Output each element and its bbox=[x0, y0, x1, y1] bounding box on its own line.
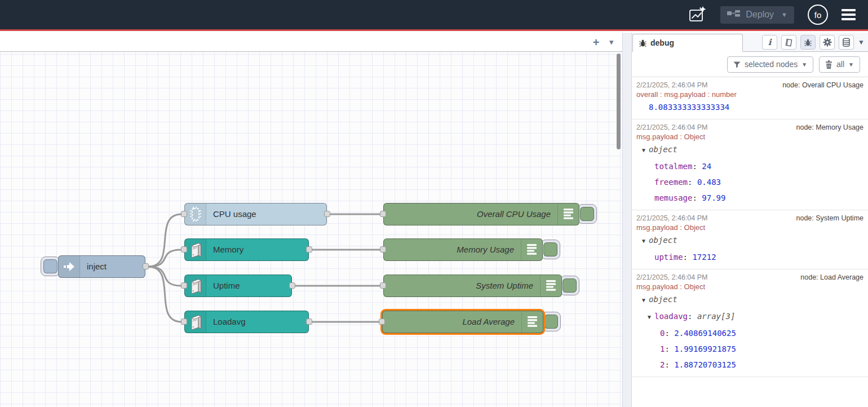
collapse-caret-icon[interactable]: ▼ bbox=[641, 293, 649, 308]
node-body[interactable]: Loadavg bbox=[184, 311, 309, 333]
debug-message-meta: 2/21/2025, 2:46:04 PM node: Overall CPU … bbox=[636, 80, 863, 90]
flow-node-sysuptime[interactable]: System Uptime bbox=[383, 275, 562, 297]
bug-icon bbox=[639, 39, 647, 47]
avatar-initials: fo bbox=[814, 10, 822, 20]
debug-source-node: node: Overall CPU Usage bbox=[782, 81, 863, 89]
tab-library-button[interactable] bbox=[781, 35, 796, 50]
node-body[interactable]: Uptime bbox=[184, 275, 292, 297]
node-label: inject bbox=[59, 256, 145, 277]
canvas-vertical-scrollbar[interactable] bbox=[617, 54, 621, 149]
sidebar-collapse-caret-icon[interactable]: ▼ bbox=[858, 38, 865, 46]
debug-property: msg.payload : Object bbox=[636, 282, 863, 291]
wire[interactable] bbox=[148, 250, 181, 267]
debug-clear-label: all bbox=[836, 60, 844, 69]
tab-context-button[interactable] bbox=[839, 35, 854, 50]
flow-node-cpu[interactable]: CPU usage bbox=[184, 203, 327, 225]
debug-json-row: 8.083333333333334 bbox=[636, 99, 863, 115]
wire[interactable] bbox=[148, 214, 181, 267]
debug-toolbar: selected nodes ▼ all ▼ bbox=[632, 52, 868, 77]
debug-source-node: node: System Uptime bbox=[796, 214, 864, 222]
flow-node-loadavg[interactable]: Loadavg bbox=[184, 311, 309, 333]
debug-filter-button[interactable]: selected nodes ▼ bbox=[727, 56, 813, 73]
debug-message: 2/21/2025, 2:46:04 PM node: Load Average… bbox=[632, 269, 868, 377]
debug-json-row: 0: 2.40869140625 bbox=[636, 325, 863, 341]
input-port[interactable] bbox=[181, 246, 187, 253]
wire-layer bbox=[0, 52, 622, 407]
node-toggle-button[interactable] bbox=[541, 240, 560, 259]
debug-clear-button[interactable]: all ▼ bbox=[819, 56, 860, 73]
tab-config-button[interactable] bbox=[820, 35, 835, 50]
collapse-caret-icon[interactable]: ▼ bbox=[641, 143, 649, 158]
deploy-button[interactable]: Deploy ▼ bbox=[720, 6, 794, 24]
flow-node-loadaverage[interactable]: Load Average bbox=[382, 311, 543, 333]
node-body[interactable]: Memory bbox=[184, 238, 309, 261]
user-avatar[interactable]: fo bbox=[808, 5, 828, 25]
debug-timestamp: 2/21/2025, 2:46:04 PM bbox=[636, 123, 707, 131]
node-body[interactable]: CPU usage bbox=[184, 203, 327, 225]
output-port[interactable] bbox=[306, 246, 312, 253]
collapse-caret-icon[interactable]: ▼ bbox=[641, 233, 649, 249]
collapse-caret-icon[interactable]: ▼ bbox=[646, 309, 654, 325]
debug-message: 2/21/2025, 2:46:04 PM node: System Uptim… bbox=[632, 210, 868, 269]
wire[interactable] bbox=[148, 267, 181, 286]
input-port[interactable] bbox=[379, 318, 385, 325]
output-port[interactable] bbox=[306, 318, 312, 325]
node-body[interactable]: inject bbox=[58, 255, 145, 278]
node-toggle-button[interactable] bbox=[560, 276, 579, 295]
input-port[interactable] bbox=[380, 211, 386, 217]
tab-info-button[interactable]: i bbox=[762, 35, 777, 50]
deploy-caret-icon[interactable]: ▼ bbox=[781, 11, 787, 18]
flow-node-overall[interactable]: Overall CPU Usage bbox=[383, 203, 579, 225]
node-body[interactable]: System Uptime bbox=[383, 275, 562, 297]
deploy-label: Deploy bbox=[746, 10, 774, 20]
debug-json-row: 1: 1.99169921875 bbox=[636, 341, 863, 357]
sidebar-resize-handle[interactable] bbox=[622, 33, 632, 407]
json-key: 1 bbox=[660, 344, 665, 353]
ai-assistant-icon[interactable] bbox=[688, 5, 707, 24]
node-toggle-button[interactable] bbox=[541, 312, 561, 331]
gear-icon bbox=[823, 38, 832, 47]
flow-node-memory[interactable]: Memory bbox=[184, 238, 309, 261]
database-icon bbox=[842, 38, 851, 47]
debug-json-row: uptime: 17212 bbox=[636, 249, 863, 265]
json-type-label: object bbox=[649, 295, 677, 304]
workspace-tabbar: + ▾ bbox=[0, 33, 622, 52]
wire[interactable] bbox=[148, 267, 181, 322]
debug-property: msg.payload : Object bbox=[636, 223, 863, 232]
output-port[interactable] bbox=[289, 282, 295, 289]
flow-node-uptime[interactable]: Uptime bbox=[184, 275, 292, 297]
tab-debug-button[interactable] bbox=[800, 35, 816, 50]
debug-json-row: ▼loadavg: array[3] bbox=[636, 308, 863, 325]
input-port[interactable] bbox=[181, 211, 187, 217]
node-body[interactable]: Load Average bbox=[382, 311, 543, 333]
json-value: 17212 bbox=[692, 253, 716, 262]
tab-debug[interactable]: debug bbox=[632, 34, 743, 52]
input-port[interactable] bbox=[181, 318, 187, 325]
json-key: uptime bbox=[654, 253, 683, 262]
json-value: 1.99169921875 bbox=[674, 344, 736, 353]
add-flow-button[interactable]: + bbox=[593, 37, 600, 48]
debug-message: 2/21/2025, 2:46:04 PM node: Overall CPU … bbox=[632, 77, 868, 120]
node-body[interactable]: Memory Usage bbox=[383, 238, 543, 261]
flow-node-inject[interactable]: inject bbox=[58, 255, 145, 278]
debug-property: overall : msg.payload : number bbox=[636, 90, 863, 99]
flow-canvas[interactable]: injectCPU usageMemoryUptimeLoadavgOveral… bbox=[0, 52, 622, 407]
flow-node-memusage[interactable]: Memory Usage bbox=[383, 238, 543, 261]
node-toggle-button[interactable] bbox=[577, 204, 597, 224]
node-body[interactable]: Overall CPU Usage bbox=[383, 203, 579, 225]
node-label: Memory Usage bbox=[384, 239, 542, 260]
debug-json-row: totalmem: 24 bbox=[636, 158, 863, 174]
debug-json-row: 2: 1.88720703125 bbox=[636, 357, 863, 373]
input-port[interactable] bbox=[181, 282, 187, 289]
output-port[interactable] bbox=[324, 211, 330, 217]
node-label: Uptime bbox=[185, 275, 291, 297]
json-key: 2 bbox=[660, 360, 665, 369]
debug-sidebar: debug i bbox=[632, 33, 868, 407]
flow-list-caret-icon[interactable]: ▾ bbox=[609, 38, 613, 46]
input-port[interactable] bbox=[380, 282, 386, 289]
input-port[interactable] bbox=[380, 246, 386, 253]
node-toggle-button[interactable] bbox=[41, 256, 60, 276]
filter-caret-icon: ▼ bbox=[801, 61, 807, 68]
main-menu-icon[interactable] bbox=[842, 9, 856, 20]
output-port[interactable] bbox=[143, 263, 149, 269]
